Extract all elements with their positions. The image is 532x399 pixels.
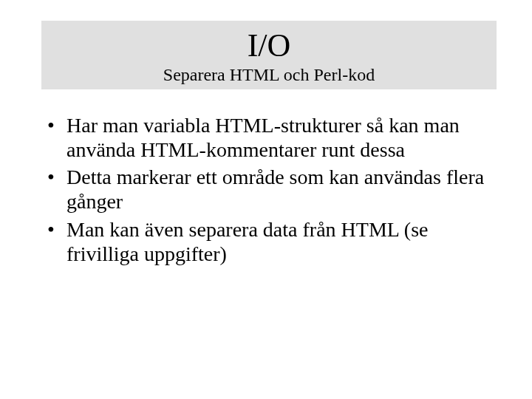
slide: I/O Separera HTML och Perl-kod Har man v… — [0, 21, 532, 399]
list-item: Har man variabla HTML-strukturer så kan … — [44, 113, 488, 162]
title-block: I/O Separera HTML och Perl-kod — [41, 21, 497, 89]
list-item: Detta markerar ett område som kan använd… — [44, 165, 488, 214]
slide-title: I/O — [41, 28, 497, 64]
list-item: Man kan även separera data från HTML (se… — [44, 217, 488, 266]
bullet-list: Har man variabla HTML-strukturer så kan … — [44, 113, 488, 265]
slide-subtitle: Separera HTML och Perl-kod — [41, 65, 497, 85]
